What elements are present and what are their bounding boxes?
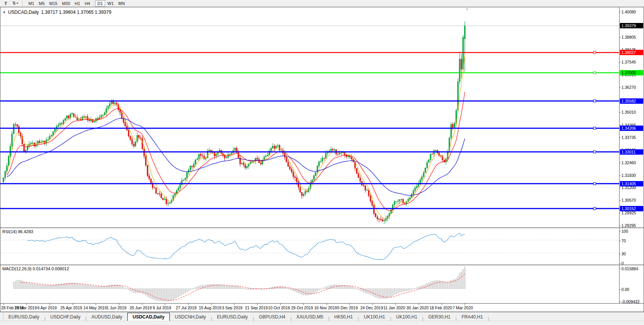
timeframe-button-M15[interactable]: M15 bbox=[47, 0, 60, 7]
date-tick-label: 25 Apr 2019 bbox=[60, 305, 82, 310]
timeframe-button-M30[interactable]: M30 bbox=[60, 0, 72, 7]
chart-tab-HK50-H1[interactable]: HK50,H1 bbox=[329, 314, 358, 321]
price-tick-mark bbox=[620, 188, 621, 188]
title-dropdown-icon[interactable]: ▼ bbox=[3, 11, 6, 14]
price-tick-label: 1.29925 bbox=[621, 211, 636, 215]
date-tick-label: 1 Jun 2019 bbox=[107, 305, 127, 310]
date-tick-mark bbox=[165, 304, 165, 305]
chart-ohlc-values: 1.38717 1.39604 1.37065 1.39379 bbox=[41, 10, 112, 15]
date-tick-mark bbox=[419, 304, 419, 305]
macd-axis[interactable]: 0.0158840.00-0.009432 bbox=[619, 265, 644, 303]
price-tick-mark bbox=[620, 175, 621, 176]
hline-handle-1.31405[interactable] bbox=[594, 183, 596, 185]
date-tick-mark bbox=[142, 304, 142, 305]
chart-tab-USDCHF-Daily[interactable]: USDCHF,Daily bbox=[46, 314, 86, 321]
timeframe-button-H4[interactable]: H4 bbox=[83, 0, 93, 7]
chart-tab-GER30-H1[interactable]: GER30,H1 bbox=[423, 314, 455, 321]
timeframe-button-W1[interactable]: W1 bbox=[105, 0, 116, 7]
hline-handle-1.35582[interactable] bbox=[594, 100, 596, 102]
date-tick-mark bbox=[96, 304, 96, 305]
price-tick-label: 1.36270 bbox=[621, 85, 636, 90]
macd-tick-mark bbox=[620, 269, 621, 269]
price-tick-label: 1.29295 bbox=[621, 223, 636, 227]
price-tick-label: 1.32460 bbox=[621, 160, 636, 165]
price-badge-1.31405: 1.31405 bbox=[620, 181, 643, 186]
candles-layer bbox=[3, 21, 466, 224]
date-tick-label: 29 Oct 2019 bbox=[291, 305, 313, 310]
chart-tab-GBPUSD-H4[interactable]: GBPUSD,H4 bbox=[254, 314, 290, 321]
hline-handle-1.38027[interactable] bbox=[594, 51, 596, 54]
price-chart-canvas[interactable] bbox=[0, 7, 619, 227]
rsi-chart-canvas[interactable] bbox=[0, 228, 619, 265]
hline-handle-1.37005[interactable] bbox=[594, 72, 596, 74]
date-tick-mark bbox=[188, 304, 189, 305]
timeframe-button-H1[interactable]: H1 bbox=[73, 0, 83, 7]
rsi-tick-mark bbox=[620, 241, 621, 241]
price-tick-label: 1.37545 bbox=[621, 60, 636, 64]
tab-separator: | bbox=[488, 315, 489, 321]
ma-fast-line bbox=[7, 55, 465, 219]
date-tick-label: 21 Sep 2019 bbox=[245, 305, 268, 310]
price-tick-label: 1.40080 bbox=[621, 10, 636, 14]
rsi-tick-label: 70 bbox=[621, 238, 626, 243]
timeframe-button-M1[interactable]: M1 bbox=[26, 0, 36, 7]
rsi-tick-label: 30 bbox=[621, 252, 626, 256]
price-axis[interactable]: 1.400801.394501.388051.381751.375451.369… bbox=[619, 7, 644, 227]
chart-tab-FRA40-H1[interactable]: FRA40,H1 bbox=[457, 314, 488, 321]
date-tick-mark bbox=[211, 304, 211, 305]
date-tick-mark bbox=[234, 304, 234, 305]
rsi-label: RSI(14) 86.4283 bbox=[2, 229, 33, 234]
chart-tab-UK100-H1[interactable]: UK100,H1 bbox=[391, 314, 422, 321]
timeframe-button-D1[interactable]: D1 bbox=[95, 0, 105, 7]
rsi-line bbox=[28, 233, 465, 260]
date-tick-label: 18 Feb 2020 bbox=[429, 305, 452, 310]
hline-handle-1.34206[interactable] bbox=[594, 127, 596, 129]
macd-panel: MACD(12,26,9) 0.014734 0.008012 0.015884… bbox=[0, 265, 644, 303]
price-badge-1.38027: 1.38027 bbox=[620, 50, 643, 55]
arrange-windows-button[interactable]: ⇅ ▾ bbox=[10, 0, 20, 7]
date-tick-label: 15 Aug 2019 bbox=[199, 305, 221, 310]
chart-tab-EURUSD-Daily[interactable]: EURUSD,Daily bbox=[3, 314, 44, 321]
macd-histogram bbox=[13, 267, 465, 301]
date-tick-label: 30 Jan 2020 bbox=[407, 305, 429, 310]
date-tick-label: 7 Mar 2020 bbox=[452, 305, 473, 310]
tab-scroll-edge[interactable] bbox=[0, 312, 3, 321]
price-badge-1.33011: 1.33011 bbox=[620, 149, 643, 155]
timeframe-button-MN[interactable]: MN bbox=[116, 0, 127, 7]
toolbar: T ⇅ ▾ M1M5M15M30H1H4D1W1MN bbox=[0, 0, 644, 7]
macd-chart-canvas[interactable] bbox=[0, 265, 619, 303]
hline-handle-1.30152[interactable] bbox=[594, 207, 596, 210]
price-tick-mark bbox=[620, 137, 621, 138]
chart-tab-EURUSD-Daily[interactable]: EURUSD,Daily bbox=[212, 314, 253, 321]
chart-tab-AUDUSD-Daily[interactable]: AUDUSD,Daily bbox=[86, 314, 127, 321]
date-tick-label: 27 Jul 2019 bbox=[176, 305, 197, 310]
price-badge-1.30152: 1.30152 bbox=[620, 206, 643, 211]
date-tick-mark bbox=[442, 304, 442, 305]
rsi-tick-mark bbox=[620, 263, 621, 264]
arrange-icon: ⇅ bbox=[12, 1, 16, 6]
price-tick-label: 1.31830 bbox=[621, 173, 636, 178]
rsi-tick-label: 100 bbox=[621, 229, 628, 234]
price-badge-1.35582: 1.35582 bbox=[620, 98, 643, 104]
chart-shift-marker-icon[interactable]: ▼ bbox=[465, 8, 468, 11]
status-bar bbox=[0, 321, 644, 325]
date-tick-mark bbox=[26, 304, 27, 305]
date-tick-label: 5 Dec 2019 bbox=[337, 305, 358, 310]
price-tick-mark bbox=[620, 87, 621, 88]
hline-handle-1.33011[interactable] bbox=[594, 151, 596, 153]
chart-tab-UK100-H1[interactable]: UK100,H1 bbox=[359, 314, 390, 321]
date-tick-mark bbox=[50, 304, 50, 305]
date-tick-label: 20 Jun 2019 bbox=[130, 305, 152, 310]
date-tick-mark bbox=[327, 304, 327, 305]
price-tick-mark bbox=[620, 225, 621, 226]
chart-tab-USDCNH-Daily[interactable]: USDCNH,Daily bbox=[170, 314, 211, 321]
text-tool-button[interactable]: T bbox=[2, 0, 10, 7]
rsi-axis[interactable]: 10070300 bbox=[619, 228, 644, 265]
date-axis[interactable]: 28 Feb 201919 Mar 20196 Apr 201925 Apr 2… bbox=[0, 303, 644, 312]
price-tick-label: 1.33735 bbox=[621, 135, 636, 140]
date-tick-mark bbox=[395, 304, 396, 305]
chart-tab-XAUUSD-M5[interactable]: XAUUSD,M5 bbox=[291, 314, 328, 321]
chart-symbol-label: USDCAD,Daily bbox=[8, 10, 39, 15]
timeframe-button-M5[interactable]: M5 bbox=[37, 0, 47, 7]
chart-tab-USDCAD-Daily[interactable]: USDCAD,Daily bbox=[127, 313, 170, 321]
